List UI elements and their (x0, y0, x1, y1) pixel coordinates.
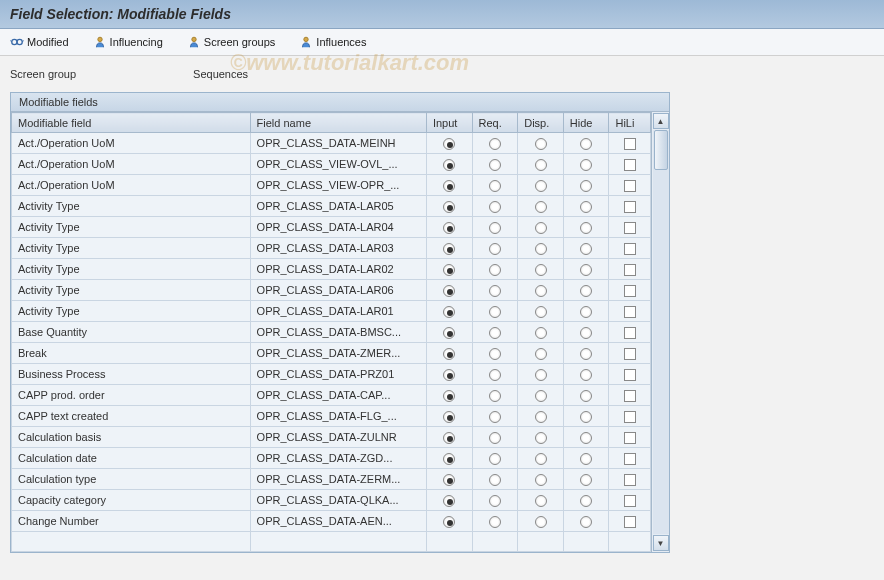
radio-button[interactable] (443, 495, 455, 507)
radio-button[interactable] (535, 516, 547, 528)
checkbox[interactable] (624, 495, 636, 507)
cell-field-name[interactable]: OPR_CLASS_DATA-QLKA... (250, 490, 426, 511)
cell-modifiable-field[interactable]: Calculation date (12, 448, 251, 469)
cell-modifiable-field[interactable]: Calculation type (12, 469, 251, 490)
radio-button[interactable] (535, 453, 547, 465)
cell-field-name[interactable]: OPR_CLASS_DATA-ZERM... (250, 469, 426, 490)
cell-modifiable-field[interactable]: Business Process (12, 364, 251, 385)
checkbox[interactable] (624, 432, 636, 444)
radio-button[interactable] (489, 306, 501, 318)
cell-modifiable-field[interactable]: Act./Operation UoM (12, 154, 251, 175)
radio-button[interactable] (489, 495, 501, 507)
radio-button[interactable] (535, 201, 547, 213)
cell-field-name[interactable]: OPR_CLASS_DATA-LAR05 (250, 196, 426, 217)
radio-button[interactable] (535, 159, 547, 171)
radio-button[interactable] (535, 264, 547, 276)
radio-button[interactable] (443, 306, 455, 318)
radio-button[interactable] (580, 285, 592, 297)
cell-field-name[interactable]: OPR_CLASS_DATA-LAR03 (250, 238, 426, 259)
checkbox[interactable] (624, 285, 636, 297)
checkbox[interactable] (624, 348, 636, 360)
radio-button[interactable] (443, 516, 455, 528)
col-header-hide[interactable]: Hide (563, 113, 609, 133)
radio-button[interactable] (489, 390, 501, 402)
radio-button[interactable] (443, 411, 455, 423)
cell-modifiable-field[interactable]: Activity Type (12, 217, 251, 238)
radio-button[interactable] (489, 516, 501, 528)
radio-button[interactable] (489, 138, 501, 150)
checkbox[interactable] (624, 306, 636, 318)
cell-modifiable-field[interactable]: Break (12, 343, 251, 364)
radio-button[interactable] (580, 474, 592, 486)
radio-button[interactable] (535, 243, 547, 255)
cell-modifiable-field[interactable]: CAPP text created (12, 406, 251, 427)
cell-modifiable-field[interactable]: Activity Type (12, 196, 251, 217)
radio-button[interactable] (489, 453, 501, 465)
cell-field-name[interactable]: OPR_CLASS_DATA-LAR02 (250, 259, 426, 280)
checkbox[interactable] (624, 159, 636, 171)
radio-button[interactable] (489, 474, 501, 486)
checkbox[interactable] (624, 369, 636, 381)
radio-button[interactable] (443, 348, 455, 360)
checkbox[interactable] (624, 180, 636, 192)
scroll-up-icon[interactable]: ▲ (653, 113, 669, 129)
scroll-thumb[interactable] (654, 130, 668, 170)
radio-button[interactable] (580, 222, 592, 234)
radio-button[interactable] (580, 369, 592, 381)
radio-button[interactable] (443, 159, 455, 171)
radio-button[interactable] (580, 411, 592, 423)
checkbox[interactable] (624, 201, 636, 213)
cell-modifiable-field[interactable]: Activity Type (12, 259, 251, 280)
radio-button[interactable] (535, 327, 547, 339)
radio-button[interactable] (489, 159, 501, 171)
cell-modifiable-field[interactable]: Base Quantity (12, 322, 251, 343)
radio-button[interactable] (443, 222, 455, 234)
col-header-req[interactable]: Req. (472, 113, 518, 133)
screen-groups-button[interactable]: Screen groups (183, 33, 280, 51)
radio-button[interactable] (443, 243, 455, 255)
cell-field-name[interactable]: OPR_CLASS_DATA-ZGD... (250, 448, 426, 469)
scroll-down-icon[interactable]: ▼ (653, 535, 669, 551)
cell-modifiable-field[interactable]: Capacity category (12, 490, 251, 511)
col-header-modifiable-field[interactable]: Modifiable field (12, 113, 251, 133)
cell-field-name[interactable]: OPR_CLASS_DATA-MEINH (250, 133, 426, 154)
cell-field-name[interactable]: OPR_CLASS_DATA-CAP... (250, 385, 426, 406)
cell-modifiable-field[interactable]: Change Number (12, 511, 251, 532)
cell-field-name[interactable]: OPR_CLASS_DATA-LAR01 (250, 301, 426, 322)
radio-button[interactable] (535, 495, 547, 507)
cell-field-name[interactable]: OPR_CLASS_DATA-ZULNR (250, 427, 426, 448)
cell-field-name[interactable]: OPR_CLASS_DATA-AEN... (250, 511, 426, 532)
radio-button[interactable] (535, 180, 547, 192)
cell-field-name[interactable]: OPR_CLASS_DATA-ZMER... (250, 343, 426, 364)
radio-button[interactable] (489, 180, 501, 192)
radio-button[interactable] (489, 222, 501, 234)
cell-modifiable-field[interactable]: Activity Type (12, 301, 251, 322)
radio-button[interactable] (535, 222, 547, 234)
col-header-hili[interactable]: HiLi (609, 113, 651, 133)
radio-button[interactable] (535, 285, 547, 297)
radio-button[interactable] (489, 327, 501, 339)
radio-button[interactable] (580, 348, 592, 360)
cell-field-name[interactable]: OPR_CLASS_VIEW-OVL_... (250, 154, 426, 175)
radio-button[interactable] (580, 201, 592, 213)
radio-button[interactable] (489, 432, 501, 444)
radio-button[interactable] (443, 180, 455, 192)
radio-button[interactable] (443, 369, 455, 381)
cell-field-name[interactable]: OPR_CLASS_VIEW-OPR_... (250, 175, 426, 196)
checkbox[interactable] (624, 390, 636, 402)
cell-modifiable-field[interactable]: Activity Type (12, 280, 251, 301)
radio-button[interactable] (443, 138, 455, 150)
influencing-button[interactable]: Influencing (89, 33, 167, 51)
radio-button[interactable] (580, 390, 592, 402)
influences-button[interactable]: Influences (295, 33, 370, 51)
radio-button[interactable] (443, 201, 455, 213)
cell-modifiable-field[interactable]: CAPP prod. order (12, 385, 251, 406)
radio-button[interactable] (580, 264, 592, 276)
checkbox[interactable] (624, 243, 636, 255)
radio-button[interactable] (580, 138, 592, 150)
radio-button[interactable] (489, 285, 501, 297)
col-header-field-name[interactable]: Field name (250, 113, 426, 133)
radio-button[interactable] (580, 159, 592, 171)
radio-button[interactable] (489, 201, 501, 213)
radio-button[interactable] (489, 264, 501, 276)
